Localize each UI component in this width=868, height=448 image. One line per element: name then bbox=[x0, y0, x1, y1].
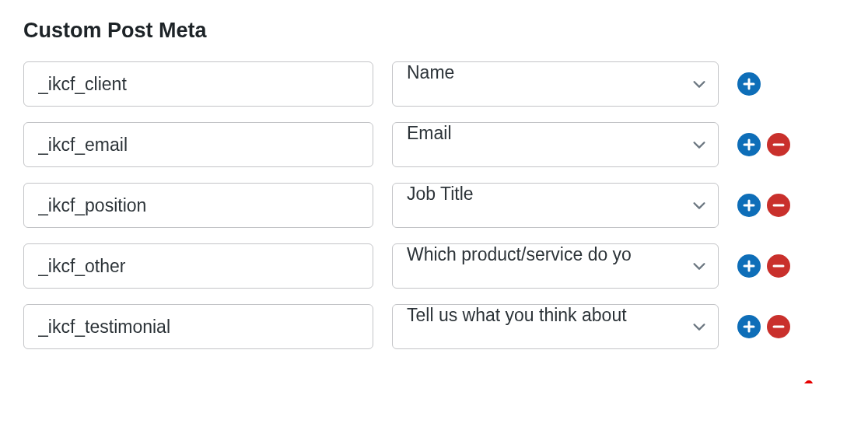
meta-key-input[interactable] bbox=[23, 122, 373, 167]
plus-icon bbox=[742, 259, 756, 273]
meta-field-select[interactable]: Name bbox=[392, 61, 719, 107]
plus-icon bbox=[742, 77, 756, 91]
arrow-annotation bbox=[684, 369, 856, 383]
minus-icon bbox=[772, 259, 786, 273]
plus-icon bbox=[742, 320, 756, 334]
meta-field-select-wrap: Email bbox=[392, 122, 719, 167]
add-row-button[interactable] bbox=[737, 72, 761, 96]
meta-key-input[interactable] bbox=[23, 183, 373, 228]
add-row-button[interactable] bbox=[737, 254, 761, 278]
meta-row: Which product/service do yo bbox=[23, 243, 845, 289]
meta-row: Name bbox=[23, 61, 845, 107]
meta-field-select[interactable]: Email bbox=[392, 122, 719, 167]
meta-field-select-wrap: Name bbox=[392, 61, 719, 107]
meta-field-select-wrap: Which product/service do yo bbox=[392, 243, 719, 289]
meta-field-select[interactable]: Tell us what you think about bbox=[392, 304, 719, 349]
remove-row-button[interactable] bbox=[767, 315, 790, 338]
meta-field-select[interactable]: Which product/service do yo bbox=[392, 243, 719, 289]
add-row-button[interactable] bbox=[737, 194, 761, 217]
meta-field-select-wrap: Job Title bbox=[392, 183, 719, 228]
meta-row: Email bbox=[23, 122, 845, 167]
minus-icon bbox=[772, 198, 786, 212]
remove-row-button[interactable] bbox=[767, 133, 790, 156]
row-actions bbox=[737, 72, 800, 96]
row-actions bbox=[737, 315, 800, 338]
row-actions bbox=[737, 133, 800, 156]
row-actions bbox=[737, 194, 800, 217]
meta-field-select-wrap: Tell us what you think about bbox=[392, 304, 719, 349]
minus-icon bbox=[772, 320, 786, 334]
add-row-button[interactable] bbox=[737, 133, 761, 156]
section-title: Custom Post Meta bbox=[23, 19, 845, 43]
minus-icon bbox=[772, 138, 786, 152]
remove-row-button[interactable] bbox=[767, 254, 790, 278]
meta-field-select[interactable]: Job Title bbox=[392, 183, 719, 228]
meta-row: Tell us what you think about bbox=[23, 304, 845, 349]
meta-key-input[interactable] bbox=[23, 243, 373, 289]
remove-row-button[interactable] bbox=[767, 194, 790, 217]
meta-key-input[interactable] bbox=[23, 304, 373, 349]
plus-icon bbox=[742, 198, 756, 212]
meta-key-input[interactable] bbox=[23, 61, 373, 107]
add-row-button[interactable] bbox=[737, 315, 761, 338]
row-actions bbox=[737, 254, 800, 278]
meta-row: Job Title bbox=[23, 183, 845, 228]
plus-icon bbox=[742, 138, 756, 152]
